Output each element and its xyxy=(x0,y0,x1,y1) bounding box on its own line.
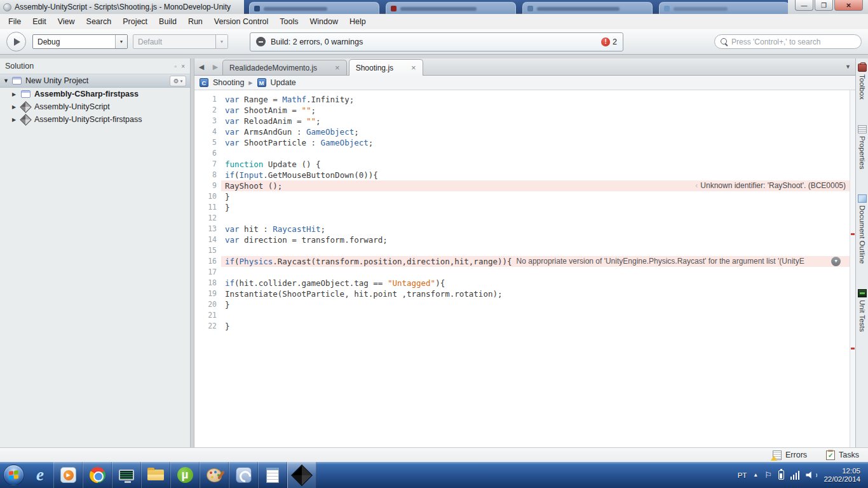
code-line-10[interactable]: 10} xyxy=(194,191,850,202)
tab-title-blur xyxy=(264,7,327,11)
action-center-flag-icon[interactable]: ⚐ xyxy=(764,470,772,480)
target-dropdown[interactable]: Default ▼ xyxy=(133,34,228,49)
internet-explorer-icon[interactable]: e xyxy=(27,462,53,488)
media-player-icon[interactable] xyxy=(53,462,83,488)
tree-item-assembly-unityscript[interactable]: ▶Assembly-UnityScript xyxy=(0,100,190,113)
menu-version-control[interactable]: Version Control xyxy=(208,14,274,29)
tab-close-icon[interactable]: × xyxy=(335,64,340,72)
line-number: 4 xyxy=(194,126,221,137)
expander-right-icon[interactable]: ▶ xyxy=(12,92,18,97)
navigate-back-button[interactable]: ◀ xyxy=(194,58,208,75)
clock[interactable]: 12:05 22/02/2014 xyxy=(824,467,860,484)
restore-button[interactable]: ❐ xyxy=(815,0,833,11)
code-line-22[interactable]: 22} xyxy=(194,321,850,332)
code-line-14[interactable]: 14var direction = transform.forward; xyxy=(194,234,850,245)
battery-icon[interactable] xyxy=(778,470,784,480)
minimize-button[interactable]: — xyxy=(795,0,813,11)
code-line-3[interactable]: 3var ReloadAnim = ""; xyxy=(194,116,850,126)
menu-project[interactable]: Project xyxy=(117,14,153,29)
search-box[interactable] xyxy=(714,34,862,49)
menu-search[interactable]: Search xyxy=(81,14,118,29)
code-line-1[interactable]: 1var Range = Mathf.Infinity; xyxy=(194,94,850,105)
close-button[interactable]: ✕ xyxy=(834,0,863,11)
code-line-12[interactable]: 12 xyxy=(194,213,850,224)
chrome-icon[interactable] xyxy=(83,462,112,488)
language-indicator[interactable]: PT xyxy=(738,471,747,479)
monodevelop-app-icon xyxy=(3,3,11,11)
start-button[interactable] xyxy=(0,462,27,488)
menu-run[interactable]: Run xyxy=(182,14,208,29)
dock-tab-unit-tests[interactable]: Unit Tests xyxy=(858,289,867,332)
breadcrumb-method[interactable]: Update xyxy=(271,78,296,87)
menu-window[interactable]: Window xyxy=(304,14,343,29)
errors-button[interactable]: Errors xyxy=(773,451,807,460)
code-line-17[interactable]: 17 xyxy=(194,267,850,278)
dock-tab-document-outline[interactable]: Document Outline xyxy=(858,194,867,264)
tree-item-assembly-unityscript-firstpass[interactable]: ▶Assembly-UnityScript-firstpass xyxy=(0,113,190,126)
code-editor[interactable]: 1var Range = Mathf.Infinity;2var ShootAn… xyxy=(194,90,855,447)
code-line-19[interactable]: 19Instantiate(ShootParticle, hit.point ,… xyxy=(194,288,850,299)
gear-icon: ⚙ xyxy=(173,78,179,85)
notepad-icon[interactable] xyxy=(258,462,287,488)
utorrent-icon[interactable]: µ xyxy=(170,462,200,488)
volume-icon[interactable] xyxy=(806,471,817,478)
code-line-16[interactable]: 16if(Physics.Raycast(transform.position,… xyxy=(194,256,850,267)
line-number: 10 xyxy=(194,191,221,202)
tab-list-dropdown-icon[interactable]: ▼ xyxy=(845,64,851,70)
menu-build[interactable]: Build xyxy=(153,14,182,29)
editor-scrollbar[interactable] xyxy=(850,90,855,447)
code-line-4[interactable]: 4var ArmsAndGun : GameObject; xyxy=(194,126,850,137)
dock-tab-toolbox[interactable]: Toolbox xyxy=(858,64,867,100)
clock-time: 12:05 xyxy=(842,467,860,475)
code-line-7[interactable]: 7function Update () { xyxy=(194,159,850,170)
code-line-21[interactable]: 21 xyxy=(194,310,850,321)
errors-icon xyxy=(773,451,782,460)
code-lines: 1var Range = Mathf.Infinity;2var ShootAn… xyxy=(194,94,850,332)
run-button[interactable] xyxy=(6,32,26,51)
code-line-2[interactable]: 2var ShootAnim = ""; xyxy=(194,105,850,116)
menu-tools[interactable]: Tools xyxy=(274,14,304,29)
build-status-bar[interactable]: Build: 2 errors, 0 warnings ! 2 xyxy=(250,32,623,51)
code-line-18[interactable]: 18if(hit.collider.gameObject.tag == "Unt… xyxy=(194,278,850,288)
error-expand-button[interactable]: ▼ xyxy=(831,257,841,266)
paint-icon[interactable] xyxy=(200,462,229,488)
code-line-8[interactable]: 8if(Input.GetMouseButtonDown(0)){ xyxy=(194,170,850,180)
code-line-6[interactable]: 6 xyxy=(194,148,850,159)
background-browser-tab xyxy=(249,2,379,14)
dock-icon[interactable]: ▫ xyxy=(175,63,177,70)
editor-tab-shooting-js[interactable]: Shooting.js× xyxy=(349,59,423,76)
code-line-11[interactable]: 11} xyxy=(194,202,850,213)
app-title-area: Assembly-UnityScript - Scripts\Shooting.… xyxy=(0,0,244,14)
dock-tab-properties[interactable]: Properties xyxy=(858,125,867,169)
breadcrumb-class[interactable]: Shooting xyxy=(213,78,244,87)
code-line-15[interactable]: 15 xyxy=(194,245,850,256)
hidden-icons-arrow[interactable]: ▲ xyxy=(753,472,758,478)
code-line-9[interactable]: 9RayShoot ();‹Unknown identifier: 'RaySh… xyxy=(194,180,850,191)
close-pad-icon[interactable]: × xyxy=(181,63,185,70)
expander-right-icon[interactable]: ▶ xyxy=(12,104,18,110)
code-line-5[interactable]: 5var ShootParticle : GameObject; xyxy=(194,137,850,148)
navigate-forward-button[interactable]: ▶ xyxy=(208,58,222,75)
menu-edit[interactable]: Edit xyxy=(27,14,52,29)
tree-item-assembly-csharp-firstpass[interactable]: ▶Assembly-CSharp-firstpass xyxy=(0,88,190,100)
search-input[interactable] xyxy=(731,37,855,46)
tree-item-new-unity-project[interactable]: ▼ New Unity Project ⚙▾ xyxy=(0,74,190,88)
menu-help[interactable]: Help xyxy=(344,14,372,29)
network-signal-icon[interactable] xyxy=(790,471,800,480)
monodevelop-icon[interactable] xyxy=(229,462,258,488)
explorer-icon[interactable] xyxy=(141,462,170,488)
project-options-button[interactable]: ⚙▾ xyxy=(170,76,186,86)
code-line-20[interactable]: 20} xyxy=(194,299,850,310)
expander-right-icon[interactable]: ▶ xyxy=(12,117,18,123)
tab-close-icon[interactable]: × xyxy=(411,64,416,72)
tasks-button[interactable]: Tasks xyxy=(826,451,859,460)
task-manager-icon[interactable] xyxy=(112,462,141,488)
code-line-13[interactable]: 13var hit : RaycastHit; xyxy=(194,224,850,234)
configuration-dropdown[interactable]: Debug ▼ xyxy=(32,34,128,49)
editor-tab-realidadedemovimento-js[interactable]: RealidadedeMovimento.js× xyxy=(222,60,347,75)
expander-down-icon[interactable]: ▼ xyxy=(3,78,10,84)
error-badge[interactable]: ! 2 xyxy=(601,37,617,46)
unity-icon[interactable] xyxy=(287,462,316,488)
menu-view[interactable]: View xyxy=(52,14,81,29)
menu-file[interactable]: File xyxy=(3,14,27,29)
